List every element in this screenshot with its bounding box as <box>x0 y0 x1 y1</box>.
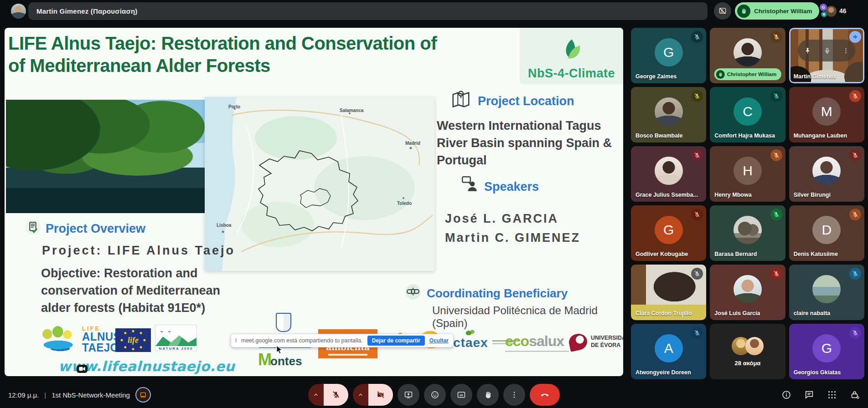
hide-banner-link[interactable]: Ocultar <box>429 337 449 344</box>
participant-name: Georgios Gkiatas <box>794 369 841 376</box>
camera-options-chevron[interactable] <box>353 384 368 406</box>
separator: | <box>44 391 46 399</box>
mic-off-icon <box>693 270 701 277</box>
alder-forest-photo <box>6 100 205 213</box>
participant-tile[interactable]: G Georgios Gkiatas <box>789 324 864 379</box>
eu-life-logo: life <box>115 328 151 352</box>
mini-avatar-photo <box>826 6 837 17</box>
pin-icon[interactable] <box>804 47 811 55</box>
participant-tile[interactable]: Bosco Bwambale <box>631 87 706 143</box>
presenter-label: Martin Gimenez (Παρουσίαση) <box>36 7 138 15</box>
mouse-cursor <box>276 345 284 356</box>
reactions-button[interactable] <box>424 384 446 406</box>
raised-hand-chip[interactable]: Christopher William <box>735 2 819 20</box>
activities-button[interactable] <box>827 390 837 400</box>
mic-off-icon <box>773 270 780 277</box>
raise-hand-icon <box>484 391 492 399</box>
more-options-button[interactable] <box>503 384 525 406</box>
participant-tile[interactable]: D Denis Katusiime <box>789 205 864 261</box>
clock: 12:09 μ.μ. <box>8 391 39 399</box>
participant-tile[interactable]: H Henry Mbowa <box>710 146 785 202</box>
svg-text:cc: cc <box>460 393 463 397</box>
speakers-heading: Speakers <box>484 180 539 194</box>
mic-off-badge <box>770 149 782 161</box>
mic-off-icon <box>773 211 780 218</box>
banner-grip-icon[interactable]: ‖ <box>235 337 237 344</box>
stop-sharing-button[interactable]: Dejar de compartir <box>367 336 425 346</box>
participant-tile[interactable]: 28 ακόμα <box>710 324 785 379</box>
participant-name: Grace Julius Ssemba... <box>636 192 698 198</box>
participant-tile[interactable]: G Godliver Kobugabe <box>631 205 706 261</box>
slide-title: LIFE Alnus Taejo: Restoration and Conser… <box>8 32 517 77</box>
mic-off-icon <box>852 329 859 337</box>
participant-tile[interactable]: Grace Julius Ssemba... <box>631 146 706 202</box>
top-bar: Martin Gimenez (Παρουσίαση) Christopher … <box>0 0 868 22</box>
meeting-details-button[interactable] <box>781 390 791 400</box>
alnus-taejo-art <box>40 325 80 352</box>
objective-line3: alder forests (Habitat 91E0*) <box>41 299 220 316</box>
raise-hand-button[interactable] <box>477 384 499 406</box>
mic-off-icon <box>852 152 859 159</box>
chat-button[interactable] <box>804 390 814 400</box>
mic-off-badge <box>849 268 861 280</box>
presenting-indicator[interactable] <box>135 387 151 403</box>
natura-text: NATURA 2000 <box>155 347 196 351</box>
participant-tile[interactable]: Martin Gimenez <box>789 28 864 83</box>
tile-more-icon[interactable] <box>842 47 849 54</box>
project-location-map: Porto Salamanca Madrid Toledo Lisboa <box>205 97 434 271</box>
captions-off-icon <box>718 6 727 15</box>
initial-avatar: C <box>734 97 762 126</box>
camera-off-button[interactable] <box>368 384 393 406</box>
mic-off-icon <box>773 152 780 159</box>
initial-avatar: A <box>655 334 683 362</box>
project-location-icon <box>450 89 471 111</box>
mic-off-badge <box>691 327 703 339</box>
eu-stars <box>115 328 151 352</box>
captions-icon: cc <box>457 390 466 399</box>
leave-call-button[interactable] <box>530 384 560 406</box>
meeting-controls-bar: 12:09 μ.μ. | 1st NbS-Network-Meeting <box>0 382 868 408</box>
participant-tile[interactable]: Christopher William <box>710 28 785 83</box>
participant-tile[interactable]: Silver Birungi <box>789 146 864 202</box>
participant-tile[interactable]: José Luis García <box>710 265 785 320</box>
mic-off-badge <box>770 90 782 102</box>
participant-tile[interactable]: C Comfort Hajra Mukasa <box>710 87 785 143</box>
participant-tile[interactable]: G George Zaimes <box>631 28 706 83</box>
mic-options-chevron[interactable] <box>308 384 324 406</box>
beneficiary-body: Universidad Politécnica de Madrid (Spain… <box>432 304 623 330</box>
participant-count-cluster[interactable]: G B 46 <box>815 2 851 20</box>
participant-tile[interactable]: claire nabatta <box>789 265 864 320</box>
photo-avatar <box>655 157 683 185</box>
photo-avatar <box>734 216 762 244</box>
initial-avatar: G <box>655 216 683 244</box>
nbs4climate-logo: NbS-4-Climate <box>520 28 623 84</box>
mic-control[interactable] <box>308 384 348 406</box>
tile-mic-icon[interactable] <box>823 47 831 55</box>
initial-avatar: M <box>812 97 841 126</box>
mic-off-icon <box>773 92 780 100</box>
ctaex-sprig <box>466 329 475 336</box>
evora-bird-emblem <box>568 332 589 352</box>
speaking-indicator-icon <box>852 33 859 41</box>
participant-tile[interactable]: Barasa Bernard <box>710 205 785 261</box>
objective-line1: Objective: Restoration and <box>41 265 220 282</box>
initial-avatar: G <box>655 38 683 66</box>
location-body: Western International Tagus River Basin … <box>437 117 612 169</box>
mic-off-button[interactable] <box>324 384 348 406</box>
captions-button[interactable]: cc <box>450 384 472 406</box>
camera-control[interactable] <box>353 384 393 406</box>
participant-tile[interactable]: M Muhangane Lauben <box>789 87 864 143</box>
participant-grid: G George Zaimes Christopher William Mart… <box>631 28 864 379</box>
map-label-lisboa: Lisboa <box>217 223 231 228</box>
present-screen-button[interactable] <box>398 384 419 406</box>
mic-off-badge <box>770 209 782 220</box>
nbs4climate-label: NbS-4-Climate <box>528 66 615 81</box>
natura-birds: ⌄⌄ <box>159 327 175 334</box>
participant-tile[interactable]: Clara Cordon Trujillo <box>631 265 706 320</box>
captions-unavailable-button[interactable] <box>714 2 731 20</box>
mic-off-icon <box>693 211 701 218</box>
participant-tile[interactable]: A Atwongyeire Doreen <box>631 324 706 379</box>
raised-hand-icon <box>737 5 750 18</box>
host-controls-button[interactable] <box>850 390 860 400</box>
mic-off-icon <box>693 92 701 100</box>
